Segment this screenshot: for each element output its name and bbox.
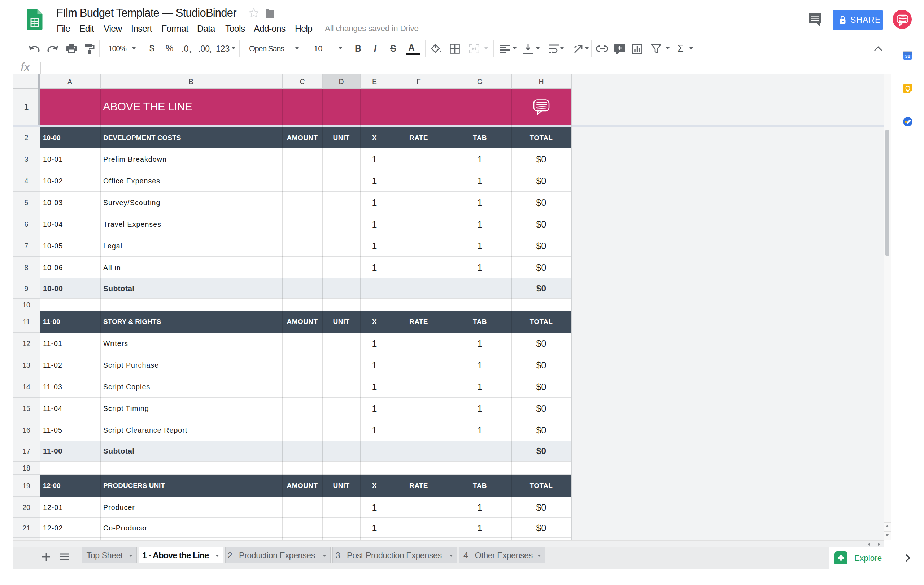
svg-text:31: 31: [905, 53, 910, 59]
